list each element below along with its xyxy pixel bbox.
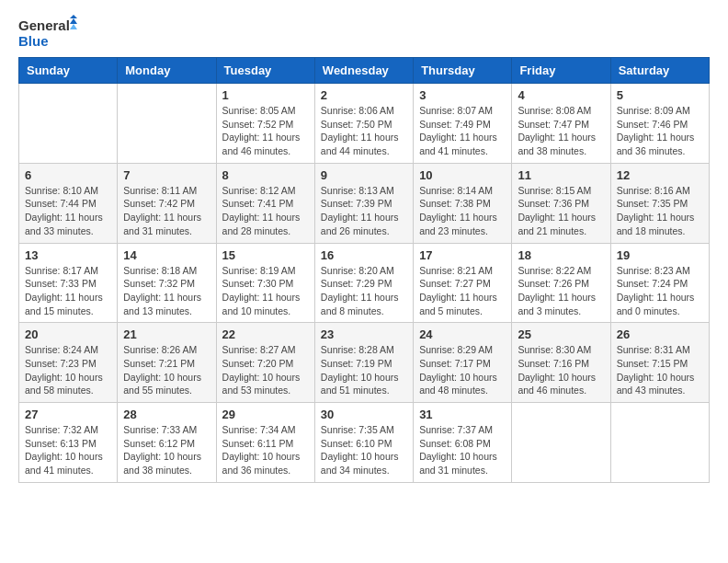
calendar-cell: 23Sunrise: 8:28 AM Sunset: 7:19 PM Dayli… [314, 323, 413, 403]
day-number: 30 [321, 408, 407, 421]
day-info: Sunrise: 7:35 AM Sunset: 6:10 PM Dayligh… [321, 423, 407, 477]
calendar-cell: 15Sunrise: 8:19 AM Sunset: 7:30 PM Dayli… [216, 243, 314, 323]
day-number: 10 [419, 168, 506, 182]
day-info: Sunrise: 8:23 AM Sunset: 7:24 PM Dayligh… [617, 264, 703, 318]
day-info: Sunrise: 8:10 AM Sunset: 7:44 PM Dayligh… [25, 184, 111, 238]
calendar-cell: 29Sunrise: 7:34 AM Sunset: 6:11 PM Dayli… [216, 403, 314, 483]
day-info: Sunrise: 8:29 AM Sunset: 7:17 PM Dayligh… [419, 343, 506, 397]
calendar-cell [19, 84, 118, 164]
calendar-cell: 11Sunrise: 8:15 AM Sunset: 7:36 PM Dayli… [512, 163, 610, 243]
svg-marker-2 [70, 15, 77, 18]
day-info: Sunrise: 8:16 AM Sunset: 7:35 PM Dayligh… [617, 184, 703, 238]
day-number: 17 [419, 248, 506, 262]
col-header-saturday: Saturday [610, 58, 709, 84]
calendar-week-row: 27Sunrise: 7:32 AM Sunset: 6:13 PM Dayli… [19, 403, 710, 483]
svg-marker-4 [70, 24, 77, 29]
col-header-thursday: Thursday [414, 58, 512, 84]
day-info: Sunrise: 8:05 AM Sunset: 7:52 PM Dayligh… [222, 104, 309, 158]
day-info: Sunrise: 7:34 AM Sunset: 6:11 PM Dayligh… [222, 423, 309, 477]
calendar-cell: 25Sunrise: 8:30 AM Sunset: 7:16 PM Dayli… [512, 323, 610, 403]
calendar-week-row: 20Sunrise: 8:24 AM Sunset: 7:23 PM Dayli… [19, 323, 710, 403]
calendar-cell: 13Sunrise: 8:17 AM Sunset: 7:33 PM Dayli… [19, 243, 118, 323]
day-info: Sunrise: 8:12 AM Sunset: 7:41 PM Dayligh… [222, 184, 309, 238]
calendar-cell: 20Sunrise: 8:24 AM Sunset: 7:23 PM Dayli… [19, 323, 118, 403]
day-number: 20 [25, 327, 111, 341]
day-number: 28 [123, 408, 210, 421]
day-info: Sunrise: 8:14 AM Sunset: 7:38 PM Dayligh… [419, 184, 506, 238]
calendar-cell: 14Sunrise: 8:18 AM Sunset: 7:32 PM Dayli… [118, 243, 216, 323]
day-number: 27 [25, 408, 111, 421]
calendar-cell: 8Sunrise: 8:12 AM Sunset: 7:41 PM Daylig… [216, 163, 314, 243]
calendar-cell: 24Sunrise: 8:29 AM Sunset: 7:17 PM Dayli… [414, 323, 512, 403]
day-info: Sunrise: 7:33 AM Sunset: 6:12 PM Dayligh… [123, 423, 210, 477]
day-number: 13 [25, 248, 111, 262]
calendar-cell: 21Sunrise: 8:26 AM Sunset: 7:21 PM Dayli… [118, 323, 216, 403]
day-number: 23 [321, 327, 407, 341]
svg-marker-3 [70, 18, 77, 24]
day-number: 19 [617, 248, 703, 262]
calendar-cell: 26Sunrise: 8:31 AM Sunset: 7:15 PM Dayli… [610, 323, 709, 403]
calendar-week-row: 1Sunrise: 8:05 AM Sunset: 7:52 PM Daylig… [19, 84, 710, 164]
day-number: 14 [123, 248, 210, 262]
day-number: 2 [321, 88, 407, 102]
day-info: Sunrise: 8:22 AM Sunset: 7:26 PM Dayligh… [518, 264, 604, 318]
col-header-monday: Monday [118, 58, 216, 84]
day-number: 11 [518, 168, 604, 182]
day-number: 6 [25, 168, 111, 182]
day-info: Sunrise: 8:27 AM Sunset: 7:20 PM Dayligh… [222, 343, 309, 397]
day-info: Sunrise: 8:28 AM Sunset: 7:19 PM Dayligh… [321, 343, 407, 397]
day-number: 7 [123, 168, 210, 182]
calendar-cell: 12Sunrise: 8:16 AM Sunset: 7:35 PM Dayli… [610, 163, 709, 243]
day-info: Sunrise: 8:17 AM Sunset: 7:33 PM Dayligh… [25, 264, 111, 318]
col-header-sunday: Sunday [19, 58, 118, 84]
calendar-cell: 27Sunrise: 7:32 AM Sunset: 6:13 PM Dayli… [19, 403, 118, 483]
day-number: 31 [419, 408, 506, 421]
calendar-cell: 1Sunrise: 8:05 AM Sunset: 7:52 PM Daylig… [216, 84, 314, 164]
day-info: Sunrise: 7:32 AM Sunset: 6:13 PM Dayligh… [25, 423, 111, 477]
day-number: 1 [222, 88, 309, 102]
calendar-week-row: 13Sunrise: 8:17 AM Sunset: 7:33 PM Dayli… [19, 243, 710, 323]
logo-icon: GeneralBlue [18, 15, 83, 50]
calendar-cell: 16Sunrise: 8:20 AM Sunset: 7:29 PM Dayli… [314, 243, 413, 323]
day-number: 18 [518, 248, 604, 262]
svg-text:Blue: Blue [18, 33, 49, 49]
day-info: Sunrise: 8:26 AM Sunset: 7:21 PM Dayligh… [123, 343, 210, 397]
day-info: Sunrise: 8:19 AM Sunset: 7:30 PM Dayligh… [222, 264, 309, 318]
calendar-cell: 28Sunrise: 7:33 AM Sunset: 6:12 PM Dayli… [118, 403, 216, 483]
day-number: 4 [518, 88, 604, 102]
calendar-cell: 10Sunrise: 8:14 AM Sunset: 7:38 PM Dayli… [414, 163, 512, 243]
calendar-cell: 18Sunrise: 8:22 AM Sunset: 7:26 PM Dayli… [512, 243, 610, 323]
calendar-cell: 6Sunrise: 8:10 AM Sunset: 7:44 PM Daylig… [19, 163, 118, 243]
day-number: 29 [222, 408, 309, 421]
day-number: 12 [617, 168, 703, 182]
calendar-cell [512, 403, 610, 483]
calendar-cell [610, 403, 709, 483]
day-number: 22 [222, 327, 309, 341]
day-number: 26 [617, 327, 703, 341]
svg-text:General: General [18, 17, 70, 33]
calendar-cell [118, 84, 216, 164]
day-info: Sunrise: 8:09 AM Sunset: 7:46 PM Dayligh… [617, 104, 703, 158]
page-header: GeneralBlue [18, 15, 710, 50]
calendar-cell: 22Sunrise: 8:27 AM Sunset: 7:20 PM Dayli… [216, 323, 314, 403]
day-info: Sunrise: 8:20 AM Sunset: 7:29 PM Dayligh… [321, 264, 407, 318]
day-number: 8 [222, 168, 309, 182]
day-info: Sunrise: 8:18 AM Sunset: 7:32 PM Dayligh… [123, 264, 210, 318]
day-number: 21 [123, 327, 210, 341]
calendar-week-row: 6Sunrise: 8:10 AM Sunset: 7:44 PM Daylig… [19, 163, 710, 243]
calendar-cell: 2Sunrise: 8:06 AM Sunset: 7:50 PM Daylig… [314, 84, 413, 164]
calendar-cell: 30Sunrise: 7:35 AM Sunset: 6:10 PM Dayli… [314, 403, 413, 483]
col-header-tuesday: Tuesday [216, 58, 314, 84]
day-number: 5 [617, 88, 703, 102]
day-info: Sunrise: 8:31 AM Sunset: 7:15 PM Dayligh… [617, 343, 703, 397]
day-number: 25 [518, 327, 604, 341]
logo: GeneralBlue [18, 15, 83, 50]
calendar-cell: 31Sunrise: 7:37 AM Sunset: 6:08 PM Dayli… [414, 403, 512, 483]
calendar-header-row: SundayMondayTuesdayWednesdayThursdayFrid… [19, 58, 710, 84]
calendar-cell: 5Sunrise: 8:09 AM Sunset: 7:46 PM Daylig… [610, 84, 709, 164]
calendar-cell: 9Sunrise: 8:13 AM Sunset: 7:39 PM Daylig… [314, 163, 413, 243]
day-info: Sunrise: 8:08 AM Sunset: 7:47 PM Dayligh… [518, 104, 604, 158]
calendar-cell: 7Sunrise: 8:11 AM Sunset: 7:42 PM Daylig… [118, 163, 216, 243]
day-info: Sunrise: 7:37 AM Sunset: 6:08 PM Dayligh… [419, 423, 506, 477]
day-number: 3 [419, 88, 506, 102]
